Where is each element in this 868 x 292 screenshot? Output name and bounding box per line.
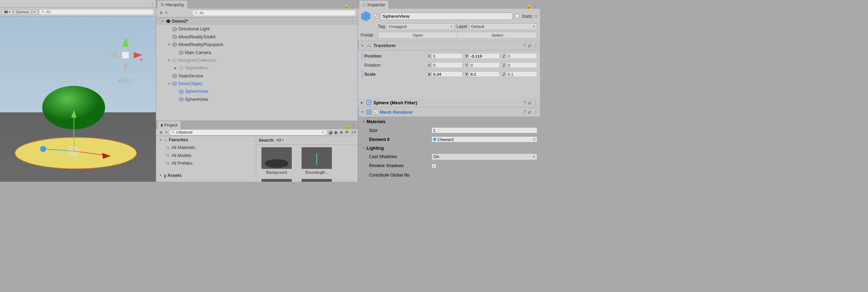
lighting-foldout[interactable]: ▼Lighting [362, 145, 537, 151]
lock-icon[interactable]: 🔒 [526, 3, 532, 9]
hierarchy-item[interactable]: StateService [156, 72, 357, 80]
object-picker-icon[interactable]: ⊙ [533, 137, 536, 142]
help-icon[interactable]: ? [523, 43, 526, 48]
foldout-icon[interactable]: ▼ [167, 59, 171, 62]
create-asset-dropdown[interactable]: ▼ [165, 131, 168, 134]
open-prefab-icon[interactable]: › [354, 89, 357, 94]
create-asset-button[interactable]: + [158, 129, 164, 136]
hierarchy-item[interactable]: SphereView› [156, 88, 357, 95]
prefab-open-button[interactable]: Open [378, 32, 458, 39]
asset-item[interactable]: BoundingB... [299, 147, 335, 174]
tab-hierarchy[interactable]: ☰ Hierarchy [158, 1, 187, 8]
scale-z-field[interactable]: 0.1 [506, 71, 538, 77]
hierarchy-item[interactable]: ▶ObjectMenu [156, 64, 357, 72]
create-button[interactable]: + [158, 9, 164, 16]
materials-foldout[interactable]: ▼Materials [362, 118, 537, 125]
hierarchy-tree[interactable]: ▼Demo2*⋮Directional LightMixedRealityToo… [156, 17, 357, 121]
shaded-mode-button[interactable]: ▼ [2, 9, 13, 15]
preset-icon[interactable]: ⇄ [528, 43, 531, 48]
create-dropdown[interactable]: ▼ [165, 11, 168, 14]
scene-search[interactable]: All [39, 9, 154, 15]
mesh-renderer-enabled-checkbox[interactable]: ✓ [373, 110, 378, 114]
open-prefab-icon[interactable]: › [354, 97, 357, 102]
hierarchy-item[interactable]: Main Camera [156, 48, 357, 56]
static-checkbox[interactable] [515, 14, 520, 19]
filter-by-label-icon[interactable]: ◆ [334, 129, 338, 135]
kebab-icon[interactable]: ⋮ [533, 3, 538, 9]
hierarchy-item[interactable]: Directional Light [156, 25, 357, 33]
rotation-x-field[interactable]: 0 [432, 62, 463, 68]
scale-y-field[interactable]: 0.1 [469, 71, 500, 77]
hierarchy-item[interactable]: ▼MixedRealityPlayspace [156, 41, 357, 48]
clear-icon[interactable]: ✕ [321, 130, 325, 135]
tab-inspector[interactable]: ⓘ Inspector [359, 1, 388, 8]
hierarchy-item[interactable]: ▼DemoObject› [156, 80, 357, 88]
hidden-icon[interactable]: 👁 [345, 130, 350, 135]
static-dropdown[interactable]: ▼ [535, 15, 537, 18]
hierarchy-item[interactable]: ▼HologramCollection [156, 57, 357, 64]
position-y-field[interactable]: -0.119 [469, 53, 500, 59]
hierarchy-item[interactable]: SphereView› [156, 96, 357, 103]
asset-item[interactable]: Background [259, 147, 295, 174]
layer-dropdown[interactable]: Default▼ [469, 23, 538, 30]
gameobject-name-field[interactable]: SphereView [381, 13, 513, 20]
help-icon[interactable]: ? [523, 110, 526, 114]
kebab-icon[interactable]: ⋮ [351, 123, 356, 129]
foldout-icon[interactable]: ▼ [167, 82, 171, 85]
materials-size-field[interactable]: 1 [432, 127, 537, 133]
preset-icon[interactable]: ⇄ [528, 100, 531, 105]
hierarchy-search[interactable]: All [192, 10, 356, 16]
position-x-field[interactable]: 0 [432, 53, 463, 59]
project-content[interactable]: Search: All ▼ BackgroundBoundingB... [256, 136, 358, 182]
position-z-field[interactable]: 0 [506, 53, 538, 59]
rotation-z-field[interactable]: 0 [506, 62, 538, 68]
project-search[interactable]: t:Material ✕ [169, 129, 327, 135]
foldout-icon[interactable]: ▼ [361, 110, 364, 114]
orientation-gizmo[interactable]: x y [106, 36, 145, 75]
receive-shadows-checkbox[interactable]: ✓ [432, 164, 436, 169]
foldout-icon[interactable]: ▼ [167, 43, 171, 46]
kebab-icon[interactable]: ⋮ [534, 110, 538, 115]
favorite-search-item[interactable]: All Materials [156, 144, 256, 151]
foldout-icon[interactable]: ▶ [361, 101, 364, 104]
scene-row[interactable]: ▼Demo2*⋮ [156, 17, 357, 25]
kebab-icon[interactable]: ⋮ [350, 18, 356, 24]
kebab-icon[interactable]: ⋮ [534, 43, 538, 48]
kebab-icon[interactable]: ⋮ [150, 1, 155, 7]
rotation-y-field[interactable]: 0 [469, 62, 500, 68]
foldout-icon[interactable]: ▶ [174, 66, 177, 70]
back-button[interactable]: ◄Back [116, 77, 134, 84]
gizmos-toggle[interactable]: ▼ [32, 9, 38, 15]
favorite-search-item[interactable]: All Prefabs [156, 159, 256, 167]
tag-dropdown[interactable]: Untagged▼ [387, 23, 455, 30]
asset-item[interactable] [299, 179, 335, 182]
svg-point-67 [166, 162, 168, 164]
asset-item[interactable] [259, 179, 295, 182]
gizmos-dropdown[interactable]: Gizmos [14, 9, 31, 15]
tab-project[interactable]: ▮ Project [158, 121, 181, 129]
preset-icon[interactable]: ⇄ [528, 110, 531, 115]
project-folder-tree[interactable]: ▼ ★ Favorites All MaterialsAll ModelsAll… [156, 136, 256, 182]
lock-icon[interactable] [148, 36, 153, 41]
open-prefab-icon[interactable]: › [354, 81, 357, 86]
kebab-icon[interactable]: ⋮ [351, 3, 356, 9]
prefab-select-button[interactable]: Select [458, 32, 537, 39]
filter-by-type-icon[interactable]: ◕ [328, 129, 333, 135]
move-gizmo[interactable] [35, 101, 122, 166]
search-scope-dropdown[interactable]: All ▼ [276, 138, 284, 143]
lock-icon[interactable]: 🔒 [344, 123, 350, 129]
foldout-icon[interactable]: ▼ [361, 44, 364, 47]
kebab-icon[interactable]: ⋮ [534, 100, 538, 105]
scale-x-field[interactable]: 0.34 [432, 71, 463, 77]
hierarchy-item[interactable]: MixedRealityToolkit [156, 33, 357, 41]
search-icon [166, 146, 170, 150]
active-checkbox[interactable]: ✓ [374, 14, 379, 19]
favorite-icon[interactable]: ★ [339, 129, 344, 135]
help-icon[interactable]: ? [523, 100, 526, 105]
lock-icon[interactable]: 🔒 [344, 3, 350, 9]
element0-field[interactable]: Cheese2 ⊙ [432, 136, 537, 142]
scene-viewport[interactable]: x y ◄Back [0, 16, 156, 181]
cast-shadows-dropdown[interactable]: On▼ [432, 154, 537, 160]
favorite-search-item[interactable]: All Models [156, 152, 256, 159]
foldout-icon[interactable]: ▼ [161, 20, 165, 23]
